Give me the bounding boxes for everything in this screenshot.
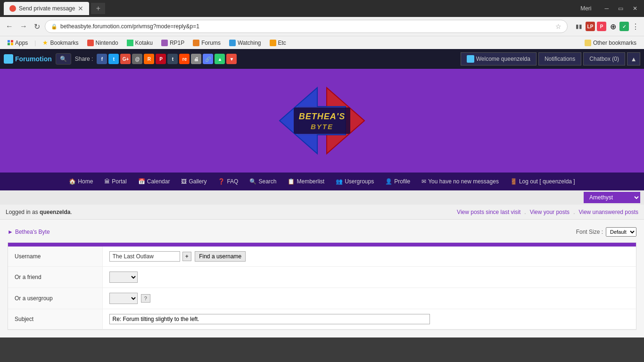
nav-portal[interactable]: 🏛 Portal [99,173,132,190]
rp1p-label: RP1P [170,40,184,46]
forumotion-logo-text: Forumotion [15,55,52,63]
nav-gallery[interactable]: 🖼 Gallery [175,173,212,190]
pinterest-share-icon[interactable]: P [156,54,166,64]
usergroup-select-cell: ? [102,288,636,309]
bookmark-watching[interactable]: Watching [225,39,265,47]
add-username-button[interactable]: + [182,252,191,261]
menu-icon[interactable]: ⋮ [631,22,640,31]
chatbox-button[interactable]: Chatbox (0) [583,52,625,66]
usergroup-selector[interactable] [109,293,138,304]
nav-faq[interactable]: ❓ FAQ [212,173,244,190]
breadcrumb-site-link[interactable]: Bethea's Byte [15,229,50,235]
print-icon[interactable]: 🖨 [191,54,201,64]
apps-icon [8,40,13,46]
other-bookmarks[interactable]: Other bookmarks [581,39,640,47]
googleplus-share-icon[interactable]: G+ [120,54,131,64]
bookmarks-label: Bookmarks [50,40,78,46]
nav-usergroups[interactable]: 👥 Usergroups [330,173,380,190]
lock-icon: 🔒 [51,24,58,30]
username-input-cell: + Find a username [102,247,636,267]
nav-home[interactable]: 🏠 Home [63,173,99,190]
twitter-share-icon[interactable]: t [108,54,119,64]
email-share-icon[interactable]: @ [132,54,142,64]
tab-close-button[interactable]: ✕ [78,5,83,12]
nav-calendar[interactable]: 📅 Calendar [132,173,176,190]
view-your-posts-link[interactable]: View your posts [530,209,570,215]
nav-logout[interactable]: 🚪 Log out [ queenzelda ] [504,173,581,190]
nav-profile[interactable]: 👤 Profile [380,173,416,190]
friend-row: Or a friend [8,267,636,288]
username-input[interactable] [109,251,180,262]
notifications-button[interactable]: Notifications [538,52,581,66]
subject-row: Subject [8,309,636,329]
nav-memberlist[interactable]: 📋 Memberlist [282,173,330,190]
chrome-icon[interactable]: ⊕ [608,22,618,31]
scroll-up-icon[interactable]: ▲ [215,54,225,64]
nav-faq-label: FAQ [227,178,238,185]
welcome-button[interactable]: Welcome queenzelda [461,52,537,66]
forums-icon [193,40,199,46]
faq-nav-icon: ❓ [218,178,225,185]
scroll-down-icon[interactable]: ▼ [226,54,237,64]
nav-usergroups-label: Usergroups [345,178,374,185]
chatbox-label: Chatbox (0) [589,56,619,62]
username-label-cell: Username [8,247,102,267]
lastpass-icon[interactable]: LP [586,22,595,31]
barcode-icon[interactable]: ▮▮ [574,22,584,31]
subject-input[interactable] [109,314,430,324]
address-input-wrapper[interactable]: 🔒 betheasbyte.forumotion.com/privmsg?mod… [45,20,568,33]
address-bar: ← → ↻ 🔒 betheasbyte.forumotion.com/privm… [0,17,644,36]
reload-button[interactable]: ↻ [32,20,42,33]
link-share-icon[interactable]: 🔗 [203,54,213,64]
view-unanswered-posts-link[interactable]: View unanswered posts [578,209,638,215]
scroll-up-button[interactable]: ▲ [627,52,640,66]
forumotion-logo[interactable]: Forumotion [4,54,52,64]
usergroup-help-button[interactable]: ? [141,294,150,303]
bookmark-bookmarks[interactable]: ★ Bookmarks [39,38,82,47]
new-tab-button[interactable]: + [91,3,105,14]
font-size-selector[interactable]: Default Small Large [606,227,636,237]
forumotion-right-buttons: Welcome queenzelda Notifications Chatbox… [461,52,640,66]
back-button[interactable]: ← [4,20,15,33]
forward-button[interactable]: → [18,20,29,33]
reddit-share-icon[interactable]: re [179,54,190,64]
bookmark-star-icon[interactable]: ☆ [555,23,561,30]
other-bookmarks-icon [585,40,591,46]
bookmark-kotaku[interactable]: Kotaku [123,39,157,47]
active-tab[interactable]: Send private message ✕ [4,2,89,15]
bookmark-etc[interactable]: Etc [266,39,290,47]
close-button[interactable]: ✕ [630,4,640,13]
font-size-label: Font Size : [576,229,603,235]
share-label: Share : [75,56,93,62]
minimize-button[interactable]: ─ [602,4,611,13]
theme-selector[interactable]: Amethyst [584,192,640,203]
bookmark-forums[interactable]: Forums [189,39,224,47]
nav-gallery-label: Gallery [189,178,206,185]
forumotion-search-button[interactable]: 🔍 [56,53,71,65]
extension-icon[interactable]: ✓ [619,22,629,31]
nav-calendar-label: Calendar [147,178,170,185]
friend-selector[interactable] [109,272,138,283]
rss-share-icon[interactable]: R [144,54,154,64]
subject-label-cell: Subject [8,309,102,329]
bookmark-apps[interactable]: Apps [4,39,32,47]
view-posts-since-link[interactable]: View posts since last visit [457,209,520,215]
nav-search[interactable]: 🔍 Search [244,173,282,190]
nav-messages[interactable]: ✉ You have no new messages [416,173,504,190]
find-username-button[interactable]: Find a username [195,251,246,262]
memberlist-nav-icon: 📋 [288,178,295,185]
forum-banner: BETHEA'S BYTE [0,69,644,173]
social-icons: f t G+ @ R P t re 🖨 🔗 ▲ ▼ [97,54,237,64]
link-sep-1: . [524,209,526,215]
bookmark-nintendo[interactable]: Nintendo [83,39,122,47]
logged-in-username: queenzelda [40,209,70,215]
nintendo-icon [87,40,94,46]
pocket-icon[interactable]: P [597,22,606,31]
facebook-share-icon[interactable]: f [97,54,107,64]
main-content: ► Bethea's Byte Font Size : Default Smal… [0,220,644,337]
nav-search-label: Search [258,178,276,185]
address-url: betheasbyte.forumotion.com/privmsg?mode=… [60,23,553,30]
maximize-button[interactable]: ▭ [615,4,626,13]
bookmark-rp1p[interactable]: RP1P [157,39,188,47]
tumblr-share-icon[interactable]: t [167,54,178,64]
